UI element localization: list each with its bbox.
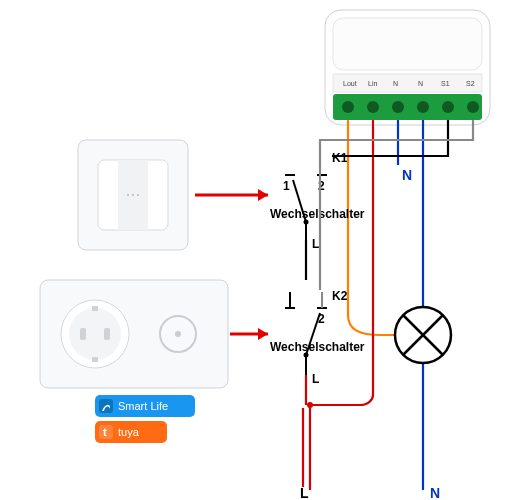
wall-switch-photo-1: [78, 140, 188, 250]
svg-rect-40: [92, 357, 98, 362]
svg-point-31: [137, 194, 139, 196]
wire-lout-to-lamp: [348, 120, 395, 335]
svg-marker-33: [258, 189, 268, 201]
switch-k2-schematic: K2 2 Wechselschalter L: [270, 289, 365, 408]
switch-k1-label: K1: [332, 151, 348, 165]
svg-rect-3: [333, 94, 482, 120]
module-terminal-s2: S2: [466, 80, 475, 87]
svg-rect-38: [104, 328, 110, 340]
svg-point-29: [127, 194, 129, 196]
switch-k1-L: L: [312, 237, 319, 251]
supply-N-label: N: [430, 485, 440, 500]
brand-smartlife-text: Smart Life: [118, 400, 168, 412]
svg-point-5: [367, 101, 379, 113]
module-terminal-lout: Lout: [343, 80, 357, 87]
svg-point-8: [442, 101, 454, 113]
svg-point-36: [69, 308, 121, 360]
label-n-float: N: [402, 167, 412, 183]
arrow-to-k1: [195, 189, 268, 201]
switch-k1-t1: 1: [283, 179, 290, 193]
svg-marker-44: [258, 328, 268, 340]
svg-rect-1: [333, 18, 482, 70]
switch-k2-L: L: [312, 372, 319, 386]
arrow-to-k2: [230, 328, 268, 340]
svg-point-6: [392, 101, 404, 113]
svg-point-4: [342, 101, 354, 113]
relay-module: Lout Lin N N S1 S2: [325, 10, 490, 125]
switch-k1-caption: Wechselschalter: [270, 207, 365, 221]
brand-tuya-badge: t tuya: [95, 421, 167, 443]
module-terminal-lin: Lin: [368, 80, 377, 87]
svg-text:t: t: [103, 426, 107, 438]
brand-smartlife-badge: Smart Life: [95, 395, 195, 417]
svg-point-42: [175, 331, 181, 337]
wires: [310, 120, 473, 490]
svg-point-7: [417, 101, 429, 113]
svg-rect-37: [80, 328, 86, 340]
module-terminal-n1: N: [393, 80, 398, 87]
module-terminal-n2: N: [418, 80, 423, 87]
supply-L-label: L: [300, 485, 309, 500]
module-terminal-s1: S1: [441, 80, 450, 87]
switch-k1-schematic: K1 1 2 Wechselschalter L: [270, 151, 365, 251]
switch-k2-label: K2: [332, 289, 348, 303]
wall-switch-photo-2: [40, 280, 228, 388]
svg-point-30: [132, 194, 134, 196]
lamp-symbol: [395, 307, 451, 363]
svg-point-9: [467, 101, 479, 113]
switch-k2-caption: Wechselschalter: [270, 340, 365, 354]
brand-tuya-text: tuya: [118, 426, 140, 438]
svg-rect-39: [92, 306, 98, 311]
svg-point-22: [307, 402, 313, 408]
